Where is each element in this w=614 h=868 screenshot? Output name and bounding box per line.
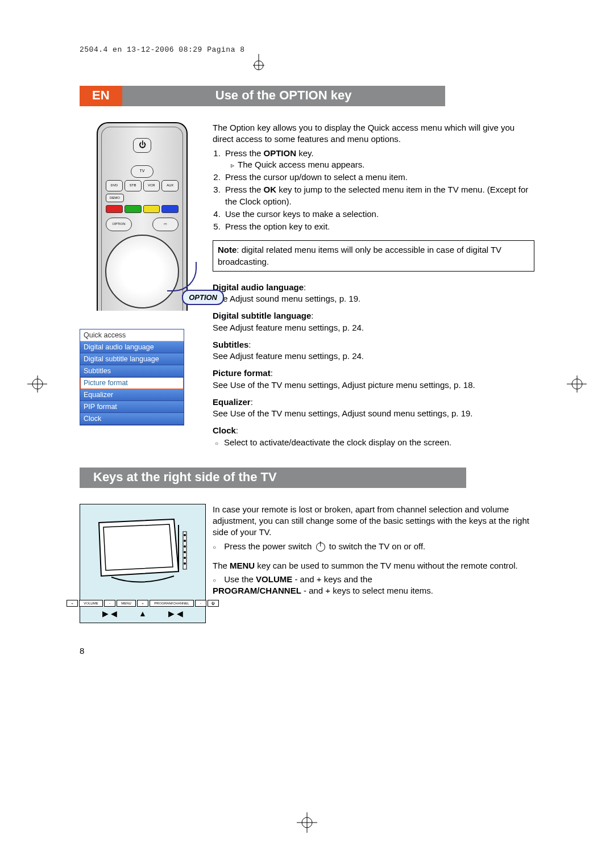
qa-item: Digital subtitle language <box>80 353 184 365</box>
section2-intro: In case your remote is lost or broken, a… <box>213 504 534 539</box>
svg-point-21 <box>184 557 186 559</box>
tv-illustration: + VOLUME - MENU + PROGRAM/CHANNEL - ⏻ ▶ … <box>80 504 206 623</box>
section1-bar: ENUse of the OPTION key <box>80 86 534 106</box>
print-header: 2504.4 en 13-12-2006 08:29 Pagina 8 <box>80 45 534 54</box>
green-key <box>125 205 142 213</box>
arrow-icon: ▶ ◀ <box>102 609 117 618</box>
def-digital-subtitle: Digital subtitle language: See Adjust fe… <box>213 310 534 333</box>
qa-item: Clock <box>80 413 184 425</box>
note-label: Note <box>218 245 237 254</box>
def-equalizer: Equalizer: See Use of the TV menu settin… <box>213 397 534 420</box>
step-1-result: The Quick access menu appears. <box>231 159 534 170</box>
qa-item: Digital audio language <box>80 341 184 353</box>
crop-mark-left <box>27 373 47 395</box>
option-key: OPTION <box>106 218 132 231</box>
svg-point-18 <box>184 540 186 542</box>
power-instruction: Press the power switch to switch the TV … <box>213 541 534 552</box>
qa-item: Subtitles <box>80 365 184 377</box>
source-dvd: DVD <box>106 180 123 191</box>
section1-body: The Option key allows you to display the… <box>205 122 534 454</box>
section1-title: Use of the OPTION key <box>122 86 445 106</box>
menu-sentence: The MENU key can be used to summon the T… <box>213 560 534 571</box>
remote-illustration: ⏻ TV DVD STB VCR AUX DEMO <box>97 122 188 311</box>
svg-point-20 <box>184 551 186 553</box>
section1-intro: The Option key allows you to display the… <box>213 122 534 145</box>
source-vcr: VCR <box>143 180 160 191</box>
arrow-icon: ▲ <box>139 609 147 618</box>
quick-access-menu: Quick access Digital audio language Digi… <box>80 329 184 425</box>
page-number: 8 <box>80 646 534 656</box>
crop-mark-top <box>247 54 270 71</box>
section2-title: Keys at the right side of the TV <box>80 468 466 488</box>
svg-point-17 <box>184 534 186 536</box>
crop-mark-bottom <box>296 811 318 834</box>
note-text: : digital related menu items will only b… <box>218 245 501 266</box>
qa-item-selected: Picture format <box>80 377 184 389</box>
step-3: Press the OK key to jump to the selected… <box>223 184 534 207</box>
blue-key <box>161 205 179 213</box>
def-digital-audio: Digital audio language: See Adjust sound… <box>213 282 534 305</box>
crop-mark-right <box>567 373 587 395</box>
svg-point-19 <box>184 545 186 548</box>
svg-point-22 <box>184 562 186 565</box>
red-key <box>106 205 123 213</box>
volume-instruction: Use the VOLUME - and + keys and the PROG… <box>213 574 534 597</box>
ctrl-volume-label: VOLUME <box>79 600 103 607</box>
language-badge: EN <box>80 86 122 106</box>
ctrl-program-label: PROGRAM/CHANNEL <box>150 600 194 607</box>
yellow-key <box>143 205 160 213</box>
option-callout: OPTION <box>182 290 224 305</box>
def-clock: Clock: Select to activate/deactivate the… <box>213 425 534 448</box>
ctrl-prog-plus: + <box>137 600 148 607</box>
ctrl-vol-plus: + <box>67 600 78 607</box>
qa-item: Equalizer <box>80 389 184 401</box>
step-2: Press the cursor up/down to select a men… <box>223 172 534 183</box>
color-keys <box>106 205 179 213</box>
power-button-icon: ⏻ <box>133 138 151 153</box>
tv-source-button: TV <box>131 165 154 178</box>
teletext-key: ▭ <box>152 218 179 231</box>
steps-list: Press the OPTION key. The Quick access m… <box>223 148 534 233</box>
arrow-icon: ▶ ◀ <box>168 609 183 618</box>
step-5: Press the option key to exit. <box>223 221 534 232</box>
qa-item: PIP format <box>80 401 184 413</box>
step-4: Use the cursor keys to make a selection. <box>223 208 534 220</box>
section2-body: In case your remote is lost or broken, a… <box>205 504 534 623</box>
ctrl-vol-minus: - <box>104 600 115 607</box>
source-aux: AUX <box>161 180 179 191</box>
arrow-row: ▶ ◀ ▲ ▶ ◀ <box>82 609 203 618</box>
callout-line <box>167 262 197 291</box>
demo-button: DEMO <box>106 194 124 202</box>
source-row: DVD STB VCR AUX <box>106 180 179 191</box>
section2-bar: Keys at the right side of the TV <box>80 468 534 488</box>
quick-access-title: Quick access <box>80 329 184 341</box>
power-icon <box>316 542 325 552</box>
source-stb: STB <box>125 180 142 191</box>
def-subtitles: Subtitles: See Adjust feature menu setti… <box>213 339 534 362</box>
ctrl-menu-label: MENU <box>117 600 136 607</box>
note-box: Note: digital related menu items will on… <box>213 240 534 272</box>
def-picture-format: Picture format: See Use of the TV menu s… <box>213 368 534 391</box>
tv-control-bar: + VOLUME - MENU + PROGRAM/CHANNEL - ⏻ <box>82 600 203 607</box>
step-1: Press the OPTION key. The Quick access m… <box>223 148 534 171</box>
